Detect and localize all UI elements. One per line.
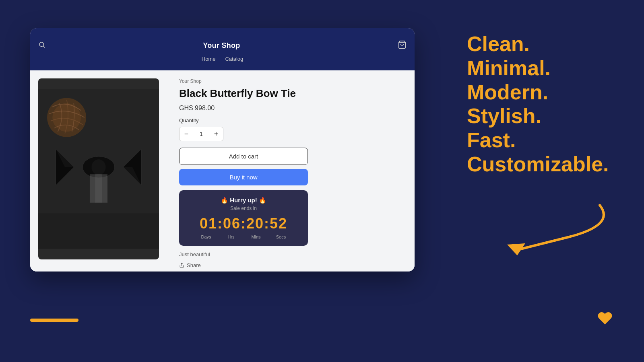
share-icon (179, 263, 184, 268)
add-to-cart-button[interactable]: Add to cart (179, 148, 308, 165)
product-price: GHS 998.00 (179, 105, 402, 112)
tagline-line-1: Clean. (467, 32, 620, 56)
browser-window: Your Shop Home Catalog (30, 28, 415, 272)
product-info-section: Your Shop Black Butterfly Bow Tie GHS 99… (167, 70, 415, 272)
tagline-section: Clean. Minimal. Modern. Stylish. Fast. C… (467, 32, 620, 177)
product-image (38, 78, 159, 259)
buy-now-button[interactable]: Buy it now (179, 169, 308, 185)
nav-home[interactable]: Home (202, 56, 216, 62)
product-image-section (30, 70, 167, 272)
product-title: Black Butterfly Bow Tie (179, 87, 402, 100)
quantity-label: Quantity (179, 117, 402, 123)
svg-point-0 (39, 42, 44, 47)
svg-rect-11 (38, 213, 159, 249)
breadcrumb: Your Shop (179, 78, 402, 84)
shop-title: Your Shop (203, 41, 240, 50)
bottom-bar-decoration (30, 319, 78, 322)
quantity-value: 1 (193, 131, 209, 137)
heart-icon (596, 310, 614, 330)
quantity-decrease-button[interactable]: − (180, 127, 193, 141)
svg-rect-10 (95, 174, 102, 203)
product-page: Your Shop Black Butterfly Bow Tie GHS 99… (30, 70, 415, 272)
tagline-line-6: Customizable. (467, 152, 620, 177)
share-label[interactable]: Share (187, 262, 201, 268)
hurry-text: 🔥 Hurry up! 🔥 (187, 197, 300, 204)
product-description: Just beautiful (179, 251, 402, 257)
browser-header: Your Shop Home Catalog (30, 28, 415, 70)
svg-point-8 (91, 159, 105, 175)
nav-catalog[interactable]: Catalog (225, 56, 243, 62)
tagline-line-4: Stylish. (467, 104, 620, 128)
quantity-increase-button[interactable]: + (209, 127, 223, 141)
tagline-line-5: Fast. (467, 128, 620, 152)
countdown-box: 🔥 Hurry up! 🔥 Sale ends in 01:06:20:52 D… (179, 190, 308, 246)
secs-label: Secs (268, 234, 293, 239)
svg-line-1 (43, 46, 45, 47)
search-icon[interactable] (38, 41, 45, 50)
cart-icon[interactable] (398, 40, 407, 51)
arrow-decoration (495, 201, 608, 257)
sale-ends-text: Sale ends in (187, 206, 300, 211)
days-label: Days (194, 234, 219, 239)
tagline-line-2: Minimal. (467, 56, 620, 80)
tagline-line-3: Modern. (467, 80, 620, 105)
share-row: Share (179, 262, 402, 268)
hrs-label: Hrs (219, 234, 244, 239)
quantity-control: − 1 + (179, 127, 223, 141)
timer-display: 01:06:20:52 (187, 215, 300, 232)
mins-label: Mins (244, 234, 268, 239)
